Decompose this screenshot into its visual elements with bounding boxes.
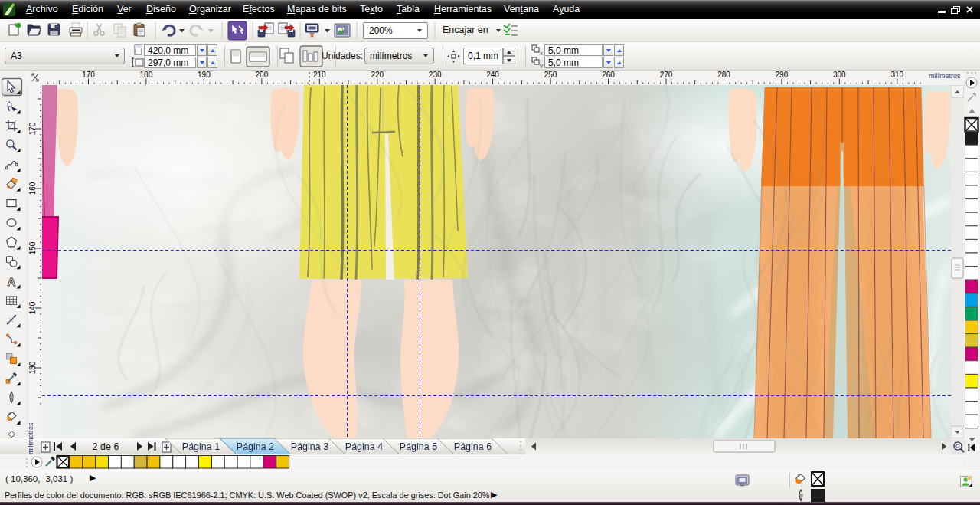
svg-text:milímetros: milímetros (929, 72, 961, 80)
svg-text:170: 170 (82, 71, 95, 79)
svg-text:Página 1: Página 1 (182, 441, 220, 452)
svg-text:260: 260 (602, 71, 615, 79)
svg-text:300: 300 (833, 71, 846, 79)
svg-text:Página 2: Página 2 (237, 441, 274, 452)
svg-text:y: y (540, 62, 543, 68)
svg-text:200: 200 (256, 71, 269, 79)
svg-text:180: 180 (140, 71, 153, 79)
svg-text:240: 240 (486, 71, 499, 79)
svg-text:270: 270 (660, 71, 673, 79)
svg-text:Página 4: Página 4 (345, 441, 383, 452)
svg-text:160: 160 (28, 182, 37, 195)
svg-text:230: 230 (429, 71, 442, 79)
svg-text:milímetros: milímetros (27, 422, 34, 454)
svg-text:210: 210 (313, 71, 326, 79)
svg-text:220: 220 (371, 71, 384, 79)
svg-text:130: 130 (28, 361, 37, 374)
svg-text:310: 310 (890, 71, 903, 79)
svg-text:Página 5: Página 5 (400, 441, 437, 452)
svg-text:Página 6: Página 6 (454, 441, 492, 452)
svg-text:280: 280 (717, 71, 730, 79)
svg-text:x: x (540, 50, 543, 56)
svg-text:A: A (8, 275, 16, 288)
svg-text:290: 290 (776, 71, 789, 79)
svg-text:2 de 6: 2 de 6 (93, 441, 119, 452)
svg-text:150: 150 (28, 241, 37, 254)
svg-text:Página 3: Página 3 (291, 441, 328, 452)
svg-text:250: 250 (544, 71, 557, 79)
svg-text:140: 140 (28, 301, 37, 314)
svg-text:190: 190 (198, 71, 211, 79)
svg-text:170: 170 (28, 122, 37, 135)
